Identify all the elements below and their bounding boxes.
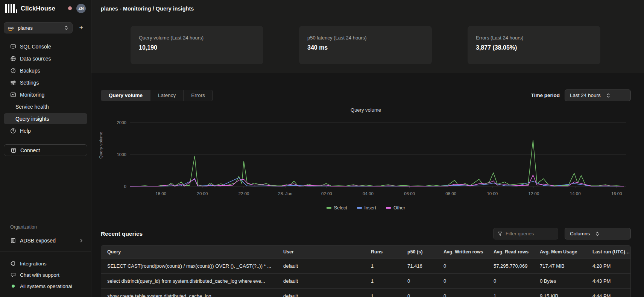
- stat-card-query-volume: Query volume (Last 24 hours) 10,190: [131, 26, 263, 64]
- user-avatar[interactable]: ZN: [76, 4, 86, 13]
- service-name: planes: [18, 25, 33, 31]
- cell-runs: 1: [365, 278, 401, 284]
- svg-text:06:00: 06:00: [404, 191, 415, 196]
- stat-value: 3,877 (38.05%): [476, 44, 592, 51]
- connect-button[interactable]: Connect: [4, 144, 87, 156]
- sidebar-item-monitoring[interactable]: Monitoring: [4, 89, 87, 100]
- column-header-query[interactable]: Query: [101, 249, 277, 255]
- backups-icon: [10, 68, 16, 74]
- query-volume-chart: 01000200018:0020:0022:0028. Jun02:0004:0…: [101, 114, 631, 202]
- cell-query: select distrinct(query_id) from system.d…: [101, 278, 277, 284]
- clickhouse-logo-icon: [5, 4, 17, 13]
- status-label: All systems operational: [20, 283, 72, 289]
- svg-text:20:00: 20:00: [197, 191, 208, 196]
- add-service-button[interactable]: +: [76, 23, 87, 33]
- sidebar-item-data-sources[interactable]: Data sources: [4, 53, 87, 64]
- column-header-p50[interactable]: p50 (s): [401, 249, 437, 255]
- organization-icon: [10, 238, 16, 244]
- time-period-label: Time period: [531, 92, 560, 98]
- cell-avg-mem: 717.47 MiB: [534, 263, 586, 269]
- sidebar-item-label: Data sources: [20, 56, 51, 62]
- connect-icon: [11, 147, 17, 153]
- stat-value: 340 ms: [307, 44, 424, 51]
- legend-item-select[interactable]: Select: [327, 205, 347, 211]
- footer-item-label: Chat with support: [20, 272, 59, 278]
- filter-queries-input[interactable]: [506, 231, 551, 236]
- svg-text:16:00: 16:00: [611, 191, 622, 196]
- cell-user: default: [277, 293, 365, 297]
- table-row[interactable]: show create table system.distributed_cac…: [101, 288, 630, 297]
- aws-icon: aws: [8, 26, 14, 30]
- sidebar-item-service-health[interactable]: Service health: [4, 101, 87, 112]
- chart-legend: Select Insert Other: [101, 205, 631, 211]
- svg-text:02:00: 02:00: [321, 191, 332, 196]
- sidebar-item-label: Backups: [20, 68, 40, 74]
- tab-query-volume[interactable]: Query volume: [101, 90, 150, 101]
- cell-user: default: [277, 278, 365, 284]
- sidebar-nav: SQL Console Data sources Backups Setting…: [4, 41, 87, 137]
- column-header-last-run[interactable]: Last run (UTC): [586, 249, 630, 255]
- sidebar-item-label: Service health: [15, 104, 49, 110]
- organization-selector[interactable]: ADSB.exposed: [4, 235, 87, 246]
- columns-label: Columns: [570, 231, 590, 236]
- column-header-runs[interactable]: Runs: [365, 249, 401, 255]
- recent-queries-controls: Columns: [493, 228, 631, 239]
- cell-avg-mem: 0 Bytes: [534, 278, 586, 284]
- stat-value: 10,190: [139, 44, 255, 51]
- chevron-right-icon: [79, 238, 84, 243]
- legend-swatch-insert: [357, 207, 362, 209]
- tab-latency[interactable]: Latency: [150, 90, 184, 101]
- chart-y-axis-title: Query volume: [99, 132, 103, 159]
- recent-queries-header: Recent queries Columns: [101, 228, 631, 239]
- brand-row: ClickHouse ZN: [5, 0, 86, 17]
- sql-console-icon: [10, 44, 16, 50]
- monitoring-icon: [10, 92, 16, 98]
- cell-query: show create table system.distributed_cac…: [101, 293, 277, 297]
- organization-name: ADSB.exposed: [20, 238, 56, 244]
- time-period-select[interactable]: Last 24 hours: [565, 89, 631, 101]
- service-selector[interactable]: aws planes: [4, 22, 73, 33]
- table-row[interactable]: select distrinct(query_id) from system.d…: [101, 273, 630, 288]
- svg-text:12:00: 12:00: [529, 191, 539, 196]
- system-status[interactable]: All systems operational: [4, 280, 87, 292]
- stat-label: Errors (Last 24 hours): [476, 35, 592, 41]
- cell-p50: 0: [401, 278, 437, 284]
- chart-tabs: Query volume Latency Errors: [101, 90, 213, 101]
- cell-p50: 71.416: [401, 263, 437, 269]
- sidebar-item-backups[interactable]: Backups: [4, 65, 87, 76]
- cell-runs: 1: [365, 293, 401, 297]
- stat-card-errors: Errors (Last 24 hours) 3,877 (38.05%): [468, 26, 600, 64]
- legend-item-other[interactable]: Other: [386, 205, 405, 211]
- sidebar-item-help[interactable]: Help: [4, 125, 87, 136]
- columns-select[interactable]: Columns: [565, 228, 631, 239]
- sidebar-item-sql-console[interactable]: SQL Console: [4, 41, 87, 52]
- column-header-avg-written[interactable]: Avg. Written rows: [437, 249, 488, 255]
- table-row[interactable]: SELECT CAST(round(pow(count() / max(coun…: [101, 258, 630, 273]
- topbar: planes - Monitoring / Query insights: [91, 0, 644, 17]
- legend-item-insert[interactable]: Insert: [357, 205, 376, 211]
- tabs-row: Query volume Latency Errors Time period …: [101, 89, 631, 101]
- svg-text:2000: 2000: [117, 120, 126, 125]
- column-header-user[interactable]: User: [277, 249, 365, 255]
- sidebar-item-label: SQL Console: [20, 44, 51, 50]
- tab-errors[interactable]: Errors: [184, 90, 213, 101]
- time-period-group: Time period Last 24 hours: [531, 89, 631, 101]
- cell-last-run: 4:28 PM: [586, 263, 630, 269]
- column-header-avg-mem[interactable]: Avg. Mem Usage: [534, 249, 586, 255]
- sidebar-item-label: Monitoring: [20, 92, 44, 98]
- sidebar-item-chat-support[interactable]: Chat with support: [4, 269, 87, 280]
- sidebar-item-settings[interactable]: Settings: [4, 77, 87, 88]
- sidebar-spacer: [4, 156, 87, 224]
- column-header-avg-read[interactable]: Avg. Read rows: [488, 249, 534, 255]
- notification-dot: [68, 6, 72, 10]
- sidebar-item-integrations[interactable]: Integrations: [4, 258, 87, 269]
- legend-swatch-select: [327, 207, 331, 209]
- cell-avg-written: 0: [437, 293, 488, 297]
- sidebar-item-query-insights[interactable]: Query insights: [4, 113, 87, 124]
- svg-text:10:00: 10:00: [487, 191, 498, 196]
- footer-item-label: Integrations: [20, 261, 47, 267]
- cell-avg-read: 57,295,770,069: [488, 263, 534, 269]
- sidebar-item-label: Settings: [20, 80, 39, 86]
- brand-name: ClickHouse: [21, 5, 55, 12]
- recent-queries-table: Query User Runs p50 (s) Avg. Written row…: [101, 245, 631, 297]
